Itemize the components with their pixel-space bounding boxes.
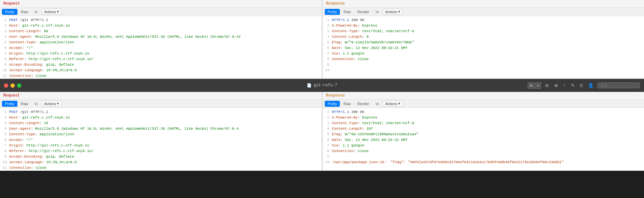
line-number: 3 [325,29,329,34]
actions-btn-resp-top[interactable]: Actions ▾ [382,9,403,15]
line-number: 2 [325,23,329,29]
line-item: 4Content-Length: 0 [325,34,642,40]
line-item: 3Content-Type: text/html; charset=utf-8 [325,121,642,126]
tab-newline-req-top[interactable]: \n [32,9,41,15]
tab-newline-req-bot[interactable]: \n [32,101,41,107]
line-text: User-Agent: Mozilla/5.0 (Windows NT 10.0… [9,34,319,40]
top-request-content: 1POST /git HTTP/1.12Host: git-refs.c.ctf… [0,16,322,78]
line-item: 10/opt/app/package.json:16: "flag": "SNY… [325,160,642,165]
line-item: 1HTTP/1.1 200 OK [325,109,642,115]
line-number: 2 [3,115,7,121]
line-item: 7Via: 1.1 google [325,143,642,148]
zoom-out-btn[interactable]: ⊖ [544,82,550,89]
search-input[interactable] [597,82,640,88]
bottom-request-panel: Request Pretty Raw \n Actions ▾ 1POST /g… [0,92,322,171]
line-text: Origin: http://git-refs.c.ctf-snyk.io [9,51,319,56]
file-icon: 📄 [307,83,312,88]
line-item: 7Via: 1.1 google [325,51,642,56]
line-item: 5ETag: W/"0-2jmjl5rSw0yVb/v1WAYkK/YBwk" [325,40,642,45]
line-number: 3 [3,29,7,34]
top-response-panel: Response Pretty Raw Render \n Actions ▾ … [323,0,644,78]
line-text: HTTP/1.1 200 OK [332,109,642,115]
bottom-response-header: Response [323,92,644,99]
view-toggle: ⊞ ≡ [528,82,541,89]
window-title: 📄 git-refs-7 [307,83,337,88]
tab-pretty-req-top[interactable]: Pretty [2,9,17,15]
line-item: 7Origin: http://git-refs.c.ctf-snyk.io [3,51,319,56]
actions-btn-req-top[interactable]: Actions ▾ [41,9,62,15]
list-view-btn[interactable]: ≡ [535,82,541,89]
tab-raw-req-bot[interactable]: Raw [18,101,31,107]
person-btn[interactable]: 👤 [587,82,595,89]
tab-render-resp-bot[interactable]: Render [354,101,372,107]
line-text: Content-Length: 107 [332,126,642,132]
tab-pretty-req-bot[interactable]: Pretty [2,101,17,107]
minimize-button[interactable] [10,83,15,88]
line-item: 5Content-Type: application/json [3,132,319,137]
line-number: 8 [325,148,329,154]
line-number: 7 [3,143,7,148]
line-text: Content-Type: text/html; charset=utf-8 [332,121,642,126]
line-number: 2 [3,23,7,29]
zoom-in-btn[interactable]: ⊕ [553,82,559,89]
line-text [332,154,642,160]
line-item: 7Origin: http://git-refs.c.ctf-snyk.io [3,143,319,148]
line-number: 6 [3,45,7,51]
tab-render-resp-top[interactable]: Render [354,9,372,15]
top-panel: Request Pretty Raw \n Actions ▾ 1POST /g… [0,0,644,79]
line-item: 6Accept: */* [3,45,319,51]
top-response-content: 1HTTP/1.1 200 OK2X-Powered-By: Express3C… [323,16,644,78]
line-text: Content-Length: 0 [332,34,642,40]
line-text [332,62,642,68]
line-number: 8 [3,148,7,154]
line-text: Date: Sat, 12 Nov 2022 00:32:22 GMT [332,137,642,143]
line-item: 2X-Powered-By: Express [325,115,642,121]
tab-newline-resp-top[interactable]: \n [373,9,381,15]
close-button[interactable] [4,83,8,88]
line-text: Via: 1.1 google [332,143,642,148]
line-text: Connection: close [332,56,642,62]
line-text: Connection: close [10,165,319,171]
line-text: Via: 1.1 google [332,51,642,56]
line-number: 3 [325,121,329,126]
line-number: 3 [3,121,7,126]
line-text: Accept: */* [9,45,319,51]
line-item: 8Referer: http://git-refs.c.ctf-snyk.io/ [3,148,319,154]
line-text: Accept-Encoding: gzip, deflate [9,62,319,68]
bottom-response-tab-bar: Pretty Raw Render \n Actions ▾ [323,99,644,108]
tab-raw-resp-bot[interactable]: Raw [341,101,354,107]
line-number: 11 [3,165,7,171]
actions-btn-req-bot[interactable]: Actions ▾ [41,100,62,107]
copy-btn[interactable]: ⎘ [579,82,584,89]
tab-raw-req-top[interactable]: Raw [18,9,31,15]
line-item: 8Referer: http://git-refs.c.ctf-snyk.io/ [3,56,319,62]
actions-btn-resp-bot[interactable]: Actions ▾ [382,100,403,107]
line-number: 4 [3,34,7,40]
line-number: 7 [325,51,329,56]
line-text: Referer: http://git-refs.c.ctf-snyk.io/ [9,56,319,62]
tab-newline-resp-bot[interactable]: \n [373,101,381,107]
bottom-response-panel: Response Pretty Raw Render \n Actions ▾ … [323,92,644,171]
bottom-response-content: 1HTTP/1.1 200 OK2X-Powered-By: Express3C… [323,108,644,171]
bottom-request-header: Request [0,92,322,99]
share-btn[interactable]: ↑ [562,82,567,89]
line-text: HTTP/1.1 200 OK [332,17,642,23]
line-number: 4 [325,34,329,40]
tab-pretty-resp-bot[interactable]: Pretty [325,101,340,107]
line-item: 10Accept-Language: zh-CN,zh;q=0.9 [3,68,319,73]
line-number: 7 [3,51,7,56]
grid-view-btn[interactable]: ⊞ [528,82,535,89]
app-container: Request Pretty Raw \n Actions ▾ 1POST /g… [0,0,644,171]
edit-btn[interactable]: ✎ [570,82,576,89]
line-number: 8 [325,56,329,62]
line-item: 4Content-Length: 107 [325,126,642,132]
line-text: X-Powered-By: Express [332,23,642,29]
line-text: Connection: close [10,73,319,78]
line-item: 11Connection: close [3,73,319,78]
maximize-button[interactable] [17,83,21,88]
line-number: 10 [3,160,7,165]
line-number: 10 [325,68,330,73]
tab-pretty-resp-top[interactable]: Pretty [325,9,340,15]
tab-raw-resp-top[interactable]: Raw [341,9,354,15]
line-text: Content-Type: text/html; charset=utf-8 [332,29,642,34]
